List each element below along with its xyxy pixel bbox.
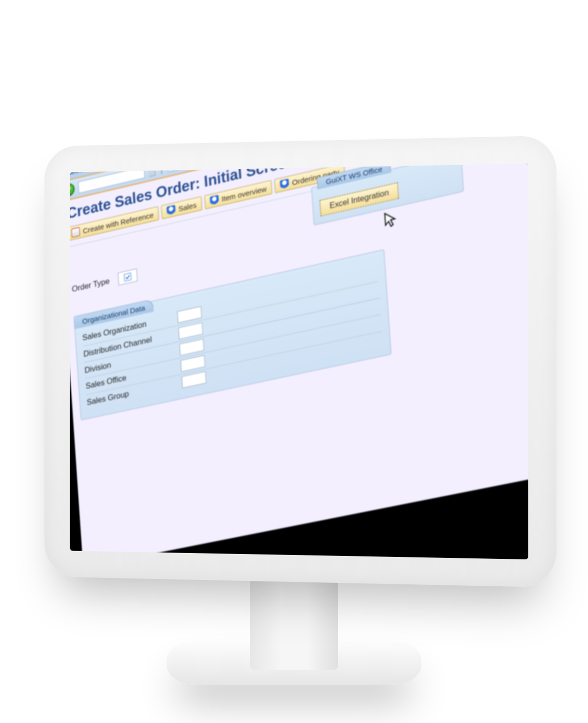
person-icon xyxy=(167,205,176,216)
division-input[interactable] xyxy=(179,338,204,356)
sales-group-input[interactable] xyxy=(181,371,206,388)
person-icon xyxy=(210,195,219,206)
person-icon xyxy=(280,178,289,189)
back-button[interactable] xyxy=(192,164,205,167)
toolbar-separator xyxy=(161,164,163,174)
order-type-label: Order Type xyxy=(72,277,110,294)
excel-integration-button[interactable]: Excel Integration xyxy=(319,182,399,216)
sales-organization-input[interactable] xyxy=(177,306,202,323)
save-button[interactable]: 💾 xyxy=(167,164,180,172)
order-type-input[interactable] xyxy=(118,268,138,286)
search-help-icon xyxy=(123,272,132,282)
screen-clip: Sales document Edit Goto Environment Sys… xyxy=(70,164,528,559)
monitor-mockup: Sales document Edit Goto Environment Sys… xyxy=(37,141,551,582)
toolbar-separator xyxy=(185,164,187,168)
cursor-icon xyxy=(384,210,398,229)
enter-button[interactable]: ✔ xyxy=(70,182,75,198)
svg-rect-0 xyxy=(124,273,131,281)
sap-screen: Sales document Edit Goto Environment Sys… xyxy=(70,164,528,559)
document-icon xyxy=(71,227,80,238)
sales-label: Sales xyxy=(178,200,196,213)
sales-office-input[interactable] xyxy=(180,355,205,372)
distribution-channel-input[interactable] xyxy=(178,322,203,339)
command-field-dropdown[interactable] xyxy=(148,164,155,177)
monitor-bezel: Sales document Edit Goto Environment Sys… xyxy=(45,135,557,587)
